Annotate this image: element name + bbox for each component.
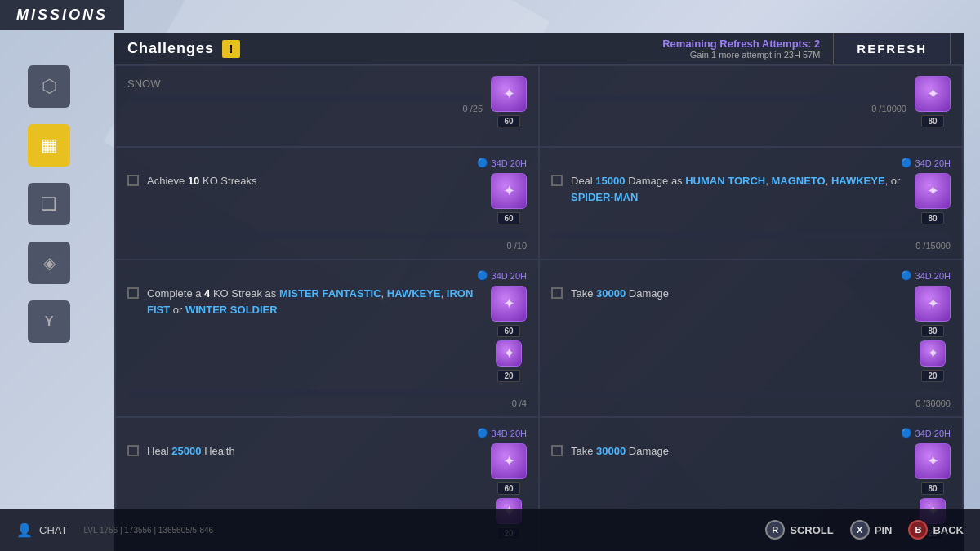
refresh-button[interactable]: REFRESH (833, 33, 951, 64)
chat-label: CHAT (39, 524, 67, 536)
sidebar-item-y[interactable]: Y (28, 300, 70, 343)
card-icon: ❑ (41, 193, 57, 215)
sidebar-item-shield[interactable]: ◈ (28, 242, 70, 284)
clock-icon-2: 🔵 (901, 158, 912, 168)
progress-container-complete-ko (127, 390, 527, 397)
checkbox-achieve-ko[interactable] (127, 175, 139, 186)
challenge-text-take-damage-2: Take 30000 Damage (571, 443, 906, 460)
reward-badge2-take-damage-1: 20 (921, 370, 944, 382)
timer-achieve-ko: 🔵 34D 20H (127, 158, 527, 168)
timer-heal: 🔵 34D 20H (127, 428, 527, 438)
sidebar: ⬡ ▦ ❑ ◈ Y (0, 0, 98, 551)
timer-take-damage-2: 🔵 34D 20H (551, 428, 951, 438)
reward-icon-take-damage-1 (915, 286, 951, 322)
reward-icons-achieve-ko: 60 (491, 173, 527, 224)
calendar-icon: ▦ (41, 135, 58, 156)
challenge-text-achieve-ko: Achieve 10 KO Streaks (147, 173, 483, 189)
reward-badge-deal-damage: 80 (921, 212, 944, 224)
reward-icon2-take-damage-1 (920, 340, 946, 367)
challenge-text-complete-ko: Complete a 4 KO Streak as MISTER FANTAST… (147, 286, 483, 318)
challenge-row-take-damage-1: Take 30000 Damage 80 20 (551, 286, 951, 382)
checkbox-take-damage-1[interactable] (551, 287, 563, 299)
timer-take-damage-1: 🔵 34D 20H (551, 270, 951, 281)
main-content: Challenges ! Remaining Refresh Attempts:… (98, 0, 980, 551)
clock-icon-4: 🔵 (901, 270, 912, 281)
reward-icon-deal-damage (915, 173, 951, 209)
shield-icon: ◈ (43, 253, 56, 273)
clock-icon-3: 🔵 (477, 270, 488, 281)
reward-badge-achieve-ko: 60 (497, 212, 520, 224)
checkbox-deal-damage[interactable] (551, 175, 563, 186)
r-button[interactable]: R (765, 520, 785, 540)
reward-badge-heal: 60 (497, 482, 520, 495)
checkbox-take-damage-2[interactable] (551, 445, 563, 456)
challenges-exclaim: ! (222, 40, 240, 58)
bottom-info: LVL 1756 | 173556 | 1365605/5-846 (83, 526, 213, 535)
challenge-row-achieve-ko: Achieve 10 KO Streaks 60 (127, 173, 527, 224)
refresh-info: Remaining Refresh Attempts: 2 Gain 1 mor… (662, 38, 820, 60)
partial-text-left: SNOW (127, 78, 160, 90)
pin-control: X PIN (850, 520, 893, 540)
progress-text-deal-damage: 0 /15000 (551, 241, 951, 251)
reward-icon-heal (491, 443, 527, 479)
reward-badge2-complete-ko: 20 (497, 370, 520, 382)
timer-deal-damage: 🔵 34D 20H (551, 158, 951, 168)
bottom-bar: 👤 CHAT LVL 1756 | 173556 | 1365605/5-846… (0, 509, 980, 551)
progress-container-achieve-ko (127, 233, 527, 239)
cube-icon: ⬡ (42, 76, 57, 97)
progress-text-take-damage-1: 0 /30000 (551, 398, 951, 408)
sidebar-item-cube[interactable]: ⬡ (28, 65, 70, 108)
challenge-text-heal: Heal 25000 Health (147, 443, 483, 460)
back-label: BACK (933, 524, 964, 536)
reward-icon-complete-ko (491, 286, 527, 322)
challenge-cell-partial-right: 0 /10000 80 (539, 65, 963, 147)
reward-icon-achieve-ko (491, 173, 527, 209)
challenge-cell-achieve-ko: 🔵 34D 20H Achieve 10 KO Streaks 60 0 /10 (115, 147, 539, 260)
reward-icon-take-damage-2 (915, 443, 951, 479)
sidebar-item-calendar[interactable]: ▦ (28, 124, 70, 167)
chat-area[interactable]: 👤 CHAT (16, 522, 67, 538)
progress-container-deal-damage (551, 233, 951, 239)
challenge-cell-deal-damage: 🔵 34D 20H Deal 15000 Damage as HUMAN TOR… (539, 147, 963, 260)
reward-badge-partial-left: 60 (497, 115, 520, 127)
reward-badge-take-damage-1: 80 (921, 325, 944, 337)
timer-complete-ko: 🔵 34D 20H (127, 270, 527, 281)
progress-text-partial-left: 0 /25 (127, 104, 483, 113)
sidebar-item-card[interactable]: ❑ (28, 183, 70, 225)
checkbox-complete-ko[interactable] (127, 287, 139, 299)
progress-container-take-damage-1 (551, 390, 951, 397)
progress-text-complete-ko: 0 /4 (127, 398, 527, 408)
refresh-timer-text: Gain 1 more attempt in 23H 57M (662, 50, 820, 60)
reward-icon-partial-left (491, 76, 527, 112)
clock-icon-6: 🔵 (901, 428, 912, 438)
reward-badge-complete-ko: 60 (497, 325, 520, 337)
refresh-attempts-text: Remaining Refresh Attempts: 2 (662, 38, 820, 50)
reward-badge-partial-right: 80 (921, 115, 944, 127)
reward-icons-take-damage-1: 80 20 (915, 286, 951, 382)
y-icon: Y (45, 314, 54, 329)
progress-text-achieve-ko: 0 /10 (127, 241, 527, 251)
progress-text-partial-right: 0 /10000 (551, 104, 906, 113)
clock-icon-5: 🔵 (477, 428, 488, 438)
scroll-label: SCROLL (790, 524, 833, 536)
reward-icons-partial-left: 60 (491, 76, 527, 127)
challenge-cell-take-damage-1: 🔵 34D 20H Take 30000 Damage 80 20 0 /300… (539, 260, 963, 417)
reward-icons-partial-right: 80 (915, 76, 951, 127)
challenge-cell-complete-ko: 🔵 34D 20H Complete a 4 KO Streak as MIST… (115, 260, 539, 417)
back-control: B BACK (908, 520, 964, 540)
reward-badge-take-damage-2: 80 (921, 482, 944, 495)
pin-label: PIN (875, 524, 893, 536)
challenge-text-deal-damage: Deal 15000 Damage as HUMAN TORCH, MAGNET… (571, 173, 906, 205)
challenges-grid: SNOW 0 /25 60 0 /10000 (114, 64, 964, 551)
challenge-text-take-damage-1: Take 30000 Damage (571, 286, 906, 302)
challenges-header: Challenges ! Remaining Refresh Attempts:… (114, 33, 964, 64)
challenges-title: Challenges (127, 40, 214, 57)
chat-icon: 👤 (16, 522, 33, 538)
x-button[interactable]: X (850, 520, 870, 540)
checkbox-heal[interactable] (127, 445, 139, 456)
refresh-area: Remaining Refresh Attempts: 2 Gain 1 mor… (662, 33, 951, 64)
reward-icon2-complete-ko (496, 340, 522, 367)
scroll-control: R SCROLL (765, 520, 833, 540)
b-button[interactable]: B (908, 520, 928, 540)
clock-icon-1: 🔵 (477, 158, 488, 168)
